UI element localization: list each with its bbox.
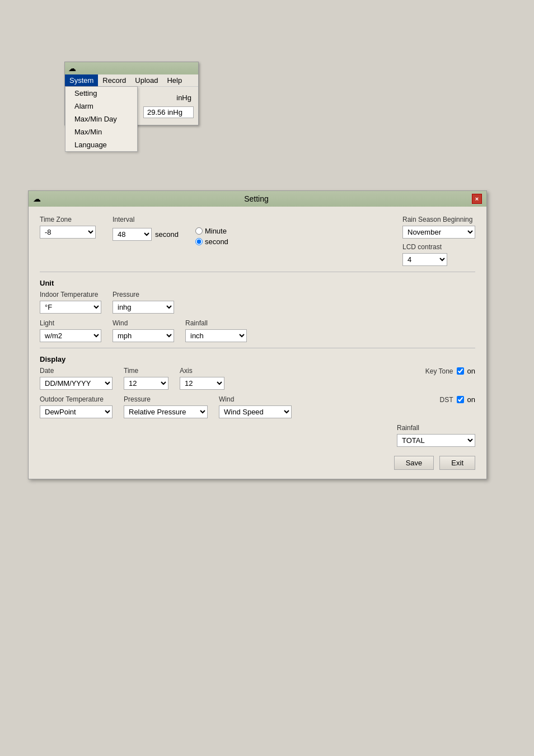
divider2 (40, 348, 475, 348)
pressure-unit-select[interactable]: inhg (113, 301, 174, 314)
wind-unit-group: Wind mph (113, 319, 174, 342)
dropdown-maxminday[interactable]: Max/Min Day (65, 113, 137, 125)
menu-system[interactable]: System (65, 74, 98, 86)
rainfall-display-group: Rainfall TOTAL (397, 424, 475, 447)
axis-select[interactable]: 12 (180, 377, 224, 390)
inhg-label: inHg (174, 91, 194, 104)
outdoor-temp-label: Outdoor Temperature (40, 395, 113, 403)
unit-row1: Indoor Temperature °F Pressure inhg (40, 291, 475, 314)
setting-title: Setting (41, 194, 472, 203)
light-select[interactable]: w/m2 (40, 329, 101, 342)
dst-group: DST on (440, 395, 475, 404)
divider1 (40, 272, 475, 272)
pressure-display-group: Pressure Relative Pressure (124, 395, 208, 418)
rain-season-group: Rain Season Beginning November (402, 216, 475, 239)
display-row3: Rainfall TOTAL (40, 424, 475, 447)
axis-group: Axis 12 (180, 367, 224, 390)
pressure-display-select[interactable]: Relative Pressure (124, 405, 208, 418)
setting-body: Time Zone -8 Interval 48 second (29, 207, 486, 479)
pressure-display-label: Pressure (124, 395, 208, 403)
interval-label: Interval (113, 216, 179, 223)
wind-display-label: Wind (219, 395, 292, 403)
timezone-label: Time Zone (40, 216, 96, 223)
unit-section-label: Unit (40, 279, 475, 287)
dropdown-maxmin[interactable]: Max/Min (65, 125, 137, 138)
timezone-select[interactable]: -8 (40, 226, 96, 239)
light-group: Light w/m2 (40, 319, 101, 342)
radio-minute[interactable]: Minute (195, 227, 228, 235)
radio-second-label: second (205, 237, 228, 246)
interval-unit: second (155, 230, 179, 239)
keytone-row: Key Tone on (425, 367, 475, 375)
keytone-group: Key Tone on (425, 367, 475, 375)
outdoor-temp-select[interactable]: DewPoint (40, 405, 113, 418)
wind-unit-select[interactable]: mph (113, 329, 174, 342)
keytone-on-label: on (467, 367, 475, 375)
rain-season-select[interactable]: November (402, 226, 475, 239)
right-panel: Rain Season Beginning November LCD contr… (402, 216, 475, 266)
interval-input-row: 48 second (113, 228, 179, 241)
system-dropdown: Setting Alarm Max/Min Day Max/Min Langua… (65, 86, 138, 152)
value2-box: 29.56 inHg (143, 106, 194, 118)
button-row: Save Exit (40, 456, 475, 470)
dst-checkbox[interactable] (457, 396, 464, 403)
radio-minute-label: Minute (205, 227, 227, 235)
date-group: Date DD/MM/YYYY (40, 367, 113, 390)
close-button[interactable]: × (472, 194, 482, 204)
indoor-temp-group: Indoor Temperature °F (40, 291, 101, 314)
lcd-contrast-select[interactable]: 4 (402, 253, 447, 266)
radio-second-input[interactable] (195, 238, 203, 245)
display-row1: Date DD/MM/YYYY Time 12 Axis 12 Key Ton (40, 367, 475, 390)
lcd-contrast-group: LCD contrast 4 (402, 243, 475, 266)
light-label: Light (40, 319, 101, 327)
indoor-temp-label: Indoor Temperature (40, 291, 101, 298)
time-group: Time 12 (124, 367, 168, 390)
dst-on-label: on (467, 395, 475, 404)
setting-window: ☁ Setting × Time Zone -8 Interval 48 sec… (28, 190, 487, 479)
small-window-titlebar: ☁ (65, 62, 198, 74)
dropdown-setting[interactable]: Setting (65, 87, 137, 100)
menu-record[interactable]: Record (98, 74, 130, 86)
keytone-checkbox[interactable] (457, 367, 464, 375)
menubar: System Record Upload Help Setting Alarm … (65, 74, 198, 87)
outdoor-temp-group: Outdoor Temperature DewPoint (40, 395, 113, 418)
top-row: Time Zone -8 Interval 48 second (40, 216, 475, 266)
radio-second[interactable]: second (195, 237, 228, 246)
rain-season-label: Rain Season Beginning (402, 216, 475, 223)
display-section-label: Display (40, 355, 475, 363)
menu-help[interactable]: Help (162, 74, 186, 86)
pressure-unit-group: Pressure inhg (113, 291, 174, 314)
setting-titlebar: ☁ Setting × (29, 191, 486, 207)
keytone-label: Key Tone (425, 367, 453, 375)
interval-radio-group: Minute second (195, 227, 228, 246)
interval-group: Interval 48 second (113, 216, 179, 241)
wind-display-group: Wind Wind Speed (219, 395, 292, 418)
small-window: ☁ System Record Upload Help Setting Alar… (64, 62, 199, 125)
wind-unit-label: Wind (113, 319, 174, 327)
rainfall-display-label: Rainfall (397, 424, 475, 432)
dst-row: DST on (440, 395, 475, 404)
rainfall-display-select[interactable]: TOTAL (397, 434, 475, 447)
unit-row2: Light w/m2 Wind mph Rainfall inch (40, 319, 475, 342)
dropdown-alarm[interactable]: Alarm (65, 100, 137, 113)
dropdown-language[interactable]: Language (65, 138, 137, 151)
time-select[interactable]: 12 (124, 377, 168, 390)
exit-button[interactable]: Exit (439, 456, 475, 470)
lcd-contrast-label: LCD contrast (402, 243, 475, 251)
app-icon: ☁ (68, 64, 76, 73)
wind-display-select[interactable]: Wind Speed (219, 405, 292, 418)
setting-icon: ☁ (33, 194, 41, 203)
pressure-unit-label: Pressure (113, 291, 174, 298)
axis-label: Axis (180, 367, 224, 375)
indoor-temp-select[interactable]: °F (40, 301, 101, 314)
timezone-group: Time Zone -8 (40, 216, 96, 239)
rainfall-unit-label: Rainfall (185, 319, 247, 327)
date-select[interactable]: DD/MM/YYYY (40, 377, 113, 390)
interval-select[interactable]: 48 (113, 228, 152, 241)
date-label: Date (40, 367, 113, 375)
menu-upload[interactable]: Upload (130, 74, 162, 86)
rainfall-unit-select[interactable]: inch (185, 329, 247, 342)
radio-minute-input[interactable] (195, 227, 203, 235)
save-button[interactable]: Save (394, 456, 434, 470)
time-label: Time (124, 367, 168, 375)
